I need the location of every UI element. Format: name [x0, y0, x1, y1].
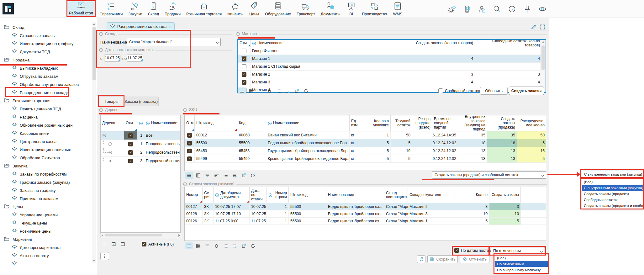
column-header[interactable] — [521, 187, 546, 203]
topbar-item-retail[interactable]: Розничная торговля — [185, 0, 223, 17]
column-header[interactable]: Наименование — [144, 115, 181, 131]
sidebar-item-1[interactable]: Страховые запасы — [12, 31, 55, 40]
dropdown-option[interactable]: С внутренними заказами (закупка) — [582, 185, 643, 191]
numlist-icon-button[interactable] — [274, 87, 282, 94]
checkbox[interactable] — [128, 142, 133, 146]
grid-icon-button[interactable] — [247, 87, 255, 94]
grid-icon-button[interactable] — [194, 242, 202, 249]
addlist-icon-button[interactable] — [230, 242, 239, 249]
topbar-item-production[interactable]: Производство — [361, 0, 388, 17]
topbar-item-documents[interactable]: Документы — [319, 0, 342, 17]
shop-row[interactable]: Гипер-Фьюжен — [238, 47, 546, 55]
sidebar-item-29[interactable] — [12, 260, 20, 268]
shops-vscrollbar[interactable] — [541, 40, 546, 92]
column-header[interactable]: Се-рия — [203, 187, 214, 203]
sidebar-item-20[interactable]: Заказы по графику — [12, 186, 55, 194]
dropdown-option[interactable]: Создать заказы (продажа) и свободный ост… — [582, 203, 643, 209]
expand-icon[interactable] — [108, 151, 112, 155]
column-header[interactable]: Дата/время документа — [214, 187, 250, 203]
sidebar-scrollbar[interactable] — [92, 22, 96, 263]
checkbox[interactable] — [128, 159, 133, 163]
checkbox[interactable] — [128, 150, 133, 155]
fullscreen-icon[interactable] — [539, 24, 546, 30]
tree-row[interactable]: 3Подарочный сертиф... — [101, 157, 180, 165]
scrollbar-thumb[interactable] — [541, 45, 545, 70]
create-orders-button[interactable]: Создать заказы — [509, 87, 544, 95]
sidebar-item-21[interactable]: Приемка по заказам — [12, 194, 58, 203]
topbar-item-prices[interactable]: $Цены — [247, 0, 261, 17]
tree-glyph-cell[interactable] — [101, 140, 124, 148]
dropdown-option[interactable]: (Все) — [582, 179, 643, 185]
tree-more-button[interactable] — [100, 252, 109, 260]
checkbox[interactable] — [242, 72, 246, 77]
sidebar-item-24[interactable]: Текущие цены — [12, 219, 47, 227]
column-header[interactable]: Текущий остаток — [391, 115, 412, 131]
leaf-icon[interactable] — [108, 159, 112, 163]
column-header[interactable]: Штрихкод — [195, 115, 237, 131]
refresh-icon-button[interactable] — [249, 242, 257, 249]
tree-glyph-cell[interactable] — [101, 148, 124, 156]
date-from-field[interactable]: 10.07.25 — [104, 55, 120, 61]
dropdown-option[interactable]: (Все) — [495, 255, 548, 261]
column-header[interactable]: Создать заказы — [489, 187, 521, 203]
scrollbar-thumb[interactable] — [105, 234, 162, 236]
checkbox[interactable] — [242, 49, 246, 53]
column-header[interactable]: Наименование — [326, 187, 384, 203]
sidebar-item-27[interactable]: Договоры маркетинга — [12, 243, 61, 251]
column-header[interactable]: Дата по-ставки — [250, 187, 267, 203]
rows-icon-button[interactable] — [185, 172, 193, 179]
clock-icon[interactable] — [508, 5, 516, 13]
gear-icon-button[interactable] — [265, 87, 273, 94]
column-header[interactable]: Дерево — [101, 115, 124, 131]
sku-row[interactable]: 6545365453Грудка цыплят-бройлеров охлажд… — [185, 147, 546, 155]
sku-row[interactable]: 5549955499Крыло цыплят-бройлеров охлажде… — [185, 155, 546, 163]
messages-icon[interactable] — [463, 5, 471, 13]
refresh-icon-button[interactable] — [302, 87, 310, 94]
sidebar-item-16[interactable]: Обработка Z-отчетов — [12, 154, 60, 162]
tree-row[interactable]: 2Непродовольственн... — [101, 148, 180, 157]
dropdown-option[interactable]: По отмеченным — [495, 261, 548, 267]
column-header[interactable]: Отм. — [185, 115, 195, 131]
topbar-item-warehouse[interactable]: Склад — [146, 0, 161, 17]
sidebar-item-19[interactable]: Графики заказов (закупка) — [12, 178, 70, 186]
column-header[interactable]: Склад покупателя — [408, 187, 455, 203]
checkbox[interactable] — [454, 248, 459, 253]
collapse-icon[interactable] — [183, 182, 187, 186]
sidebar-item-14[interactable]: Центральная касса — [12, 137, 56, 145]
topbar-item-bi[interactable]: BI — [345, 0, 358, 17]
scroll-up-icon[interactable] — [93, 23, 95, 25]
sidebar-item-11[interactable]: Расценка — [12, 113, 38, 121]
export-icon-button[interactable] — [240, 172, 248, 179]
rows-icon-button[interactable] — [238, 87, 246, 94]
collapse-icon[interactable] — [102, 134, 106, 138]
checkbox[interactable] — [187, 149, 192, 153]
sidebar-item-10[interactable]: Печать ценников ТСД — [12, 105, 61, 113]
checkbox[interactable] — [128, 133, 133, 138]
tree-glyph-cell[interactable] — [101, 157, 124, 165]
topbar-item-purchases[interactable]: Закупки — [127, 0, 144, 17]
numlist-icon-button[interactable] — [221, 172, 230, 179]
addlist-icon-button[interactable] — [283, 87, 292, 94]
sidebar-item-8[interactable]: Распределение со склада — [12, 88, 69, 97]
column-header[interactable]: Отм. — [238, 40, 251, 47]
column-header[interactable]: Создать заказы (продажа) — [487, 115, 517, 131]
rows-icon-button[interactable] — [185, 242, 193, 249]
active-checkbox[interactable]: Активные (F6) — [142, 242, 174, 246]
edit-pencil-icon[interactable] — [531, 24, 537, 30]
tab-raspredelenie-so-sklada[interactable]: Распределение со склада × — [107, 22, 175, 30]
sidebar-item-13[interactable]: Кассовые книги — [12, 129, 49, 137]
topbar-item-finance[interactable]: Финансы — [226, 0, 245, 17]
delivery-dates-checkbox[interactable]: По датам поставки — [454, 248, 495, 253]
sidebar-item-5[interactable]: Выписка накладных — [12, 64, 58, 72]
user-icon[interactable] — [478, 5, 486, 13]
filter-icon-button[interactable] — [256, 87, 264, 94]
scrollbar-thumb[interactable] — [92, 27, 96, 80]
sidebar-item-12[interactable]: Обновление розничных цен — [12, 121, 73, 129]
checkbox[interactable] — [142, 242, 146, 246]
order-line-row[interactable]: 00126ЗК11.07.25 0:0011.07.25155500Бедро … — [185, 218, 546, 225]
column-header[interactable]: Наименование — [251, 40, 407, 47]
shop-row[interactable]: Магазин 233 — [238, 71, 546, 78]
tab-orders-sales[interactable]: Заказы (продажа) — [124, 97, 159, 106]
tree-row[interactable]: 1Продовольственные... — [101, 140, 180, 148]
checkbox[interactable] — [242, 64, 246, 69]
